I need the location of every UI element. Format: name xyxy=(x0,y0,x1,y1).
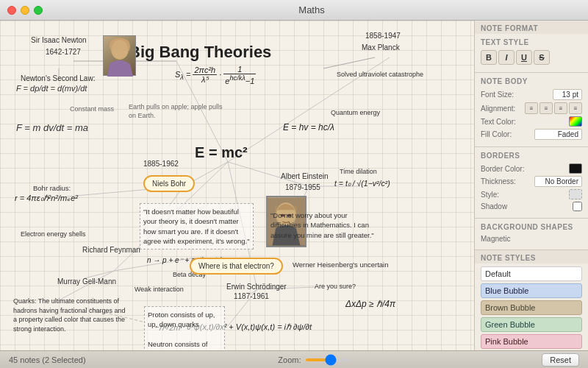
alignment-label: Alignment: xyxy=(481,105,515,113)
alignment-buttons: ≡ ≡ ≡ ≡ xyxy=(525,102,582,114)
notes-count: 45 notes (2 Selected) xyxy=(9,355,86,364)
note-formula-fma: F = m dv/dt = ma xyxy=(16,122,88,135)
note-body-section: Note Body Font Size: 13 pt Alignment: ≡ … xyxy=(475,73,588,147)
note-murray: Murray Gell-Mann xyxy=(57,277,116,286)
main-content: Big Bang Theories Sir Isaac Newton 1642-… xyxy=(0,21,588,350)
thickness-row: Thickness: No Border xyxy=(481,176,582,187)
note-bohr-radius-label: Bohr radius: xyxy=(33,184,71,193)
note-bohr-formula: r = 4πε₀ℏ²n²/mₑe² xyxy=(15,194,78,203)
fill-color-row: Fill Color: Faded xyxy=(481,129,582,140)
note-newton-name: Sir Isaac Newton xyxy=(31,35,87,45)
font-size-row: Font Size: 13 pt xyxy=(481,89,582,100)
font-size-value: 13 pt xyxy=(553,89,582,100)
note-einstein-quote: "Do not worry about your difficulties in… xyxy=(270,210,377,240)
note-albert-einstein: Albert Einstein xyxy=(281,171,328,181)
note-max-planck: Max Planck xyxy=(362,43,400,52)
canvas-area[interactable]: Big Bang Theories Sir Isaac Newton 1642-… xyxy=(0,21,474,350)
close-button[interactable] xyxy=(7,6,16,15)
text-color-label: Text Color: xyxy=(481,118,516,126)
note-time-dilation-formula: t = t₀ / √(1−v²/c²) xyxy=(334,179,390,188)
border-color-label: Border Color: xyxy=(481,165,524,173)
style-swatch[interactable] xyxy=(569,189,582,199)
background-shapes-section: Background Shapes Magnetic xyxy=(475,219,588,250)
note-constant-mass: Constant mass xyxy=(70,105,114,114)
svg-line-1 xyxy=(323,57,375,68)
note-earth-pulls: Earth pulls on apple; apple pullson Eart… xyxy=(129,103,223,120)
note-are-you-sure: Are you sure? xyxy=(315,283,356,291)
note-where-electron[interactable]: Where is that electron? xyxy=(190,258,283,275)
right-panel: NOTE FORMAT Text Style B I U S Note Body… xyxy=(474,21,588,350)
border-color-row: Border Color: xyxy=(481,163,582,174)
note-einstein-dates: 1879-1955 xyxy=(285,183,320,192)
note-uncertainty-formula: ΔxΔp ≥ ℏ/4π xyxy=(345,299,395,309)
main-title: Big Bang Theories xyxy=(129,43,271,62)
background-shapes-header: Background Shapes xyxy=(481,223,582,231)
note-schrodinger-dates: 1187-1961 xyxy=(234,291,269,301)
note-body-header: Note Body xyxy=(481,77,582,85)
text-style-section: Text Style B I U S xyxy=(475,34,588,73)
text-color-row: Text Color: xyxy=(481,116,582,127)
maximize-button[interactable] xyxy=(34,6,43,15)
text-style-header: Text Style xyxy=(481,38,582,46)
font-size-label: Font Size: xyxy=(481,91,514,99)
thickness-label: Thickness: xyxy=(481,177,516,185)
note-time-dilation-label: Time dilation xyxy=(340,168,377,177)
note-niels-bohr[interactable]: Niels Bohr xyxy=(143,175,195,192)
underline-button[interactable]: U xyxy=(516,50,532,65)
minimize-button[interactable] xyxy=(21,6,29,15)
style-blue-bubble[interactable]: Blue Bubble xyxy=(481,283,582,298)
style-buttons-row: B I U S xyxy=(481,50,582,65)
magnetic-label: Magnetic xyxy=(481,235,511,243)
strikethrough-button[interactable]: S xyxy=(534,50,550,65)
titlebar: Maths xyxy=(0,0,588,21)
note-formula-dp: F = dp/dt = d(mv)/dt xyxy=(16,83,87,93)
note-schrodinger: Erwin Schrödinger xyxy=(226,282,287,291)
style-default[interactable]: Default xyxy=(481,266,582,281)
note-newtons-law: Newton's Second Law: xyxy=(21,74,95,83)
border-color-swatch[interactable] xyxy=(569,163,582,174)
note-emc2: E = mc² xyxy=(195,144,248,161)
note-uv-catastrophe: Solved ultraviolet catastrophe xyxy=(337,71,423,79)
note-e-hv: E = hv = hc/λ xyxy=(283,122,334,132)
bold-button[interactable]: B xyxy=(481,50,497,65)
style-pink-bubble[interactable]: Pink Bubble xyxy=(481,334,582,349)
note-styles-list: Default Blue Bubble Brown Bubble Green B… xyxy=(475,263,588,350)
text-color-swatch[interactable] xyxy=(569,116,582,127)
newton-portrait xyxy=(103,35,136,76)
style-brown-bubble[interactable]: Brown Bubble xyxy=(481,300,582,315)
align-right-button[interactable]: ≡ xyxy=(554,102,567,114)
note-planck-formula: Sλ = 2πc²h λ⁵ · 1 ehc/kλ−1 xyxy=(175,65,256,85)
borders-section: Borders Border Color: Thickness: No Bord… xyxy=(475,147,588,219)
thickness-value: No Border xyxy=(534,176,582,187)
note-styles-header: NOTE STYLES xyxy=(475,250,588,263)
alignment-row: Alignment: ≡ ≡ ≡ ≡ xyxy=(481,102,582,114)
reset-button[interactable]: Reset xyxy=(542,353,579,367)
note-bohr-dates: 1885-1962 xyxy=(143,159,179,169)
shadow-label: Shadow xyxy=(481,202,507,210)
zoom-control: Zoom: xyxy=(278,355,349,364)
magnetic-row: Magnetic xyxy=(481,235,582,243)
note-quantum-energy: Quantum energy xyxy=(331,109,380,118)
note-planck-dates: 1858-1947 xyxy=(365,31,401,40)
shadow-checkbox[interactable] xyxy=(573,202,582,211)
style-label: Style: xyxy=(481,191,499,199)
window-title: Maths xyxy=(43,4,581,15)
fill-color-value: Faded xyxy=(534,129,582,140)
svg-point-22 xyxy=(112,40,128,59)
note-heisenberg: Werner Heisenberg's uncertain xyxy=(293,261,388,269)
italic-button[interactable]: I xyxy=(498,50,514,65)
align-center-button[interactable]: ≡ xyxy=(539,102,553,114)
note-feynman: Richard Feynman xyxy=(82,245,140,255)
zoom-label: Zoom: xyxy=(278,355,301,364)
note-newton-dates: 1642-1727 xyxy=(46,47,81,57)
note-electron-shells: Electron energy shells xyxy=(21,230,86,239)
align-left-button[interactable]: ≡ xyxy=(525,102,538,114)
style-row: Style: xyxy=(481,189,582,199)
note-bohr-quote: "It doesn't matter how beautiful your th… xyxy=(140,203,254,250)
style-green-bubble[interactable]: Green Bubble xyxy=(481,317,582,332)
note-quarks-box: Proton consists of up, up, down quarks N… xyxy=(144,306,225,350)
fill-color-label: Fill Color: xyxy=(481,130,512,138)
zoom-slider[interactable] xyxy=(306,358,350,361)
note-quarks: Quarks: The ultimate constituents of had… xyxy=(13,297,131,333)
align-justify-button[interactable]: ≡ xyxy=(569,102,582,114)
